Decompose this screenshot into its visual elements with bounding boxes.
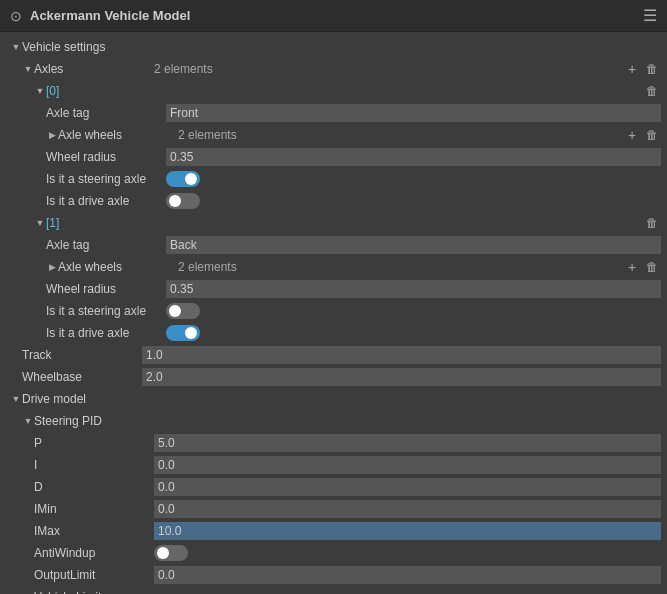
outputlimit-row: OutputLimit 0.0	[0, 564, 667, 586]
track-row: Track 1.0	[0, 344, 667, 366]
axle1-wheels-count: 2 elements	[178, 260, 237, 274]
axle0-label: [0]	[46, 84, 166, 98]
antiwindup-label: AntiWindup	[34, 546, 154, 560]
axles-row[interactable]: Axles 2 elements + 🗑	[0, 58, 667, 80]
wheelbase-row: Wheelbase 2.0	[0, 366, 667, 388]
axle1-steering-toggle[interactable]	[166, 303, 200, 319]
axle0-wheel-radius-label: Wheel radius	[46, 150, 166, 164]
axle0-drive-row: Is it a drive axle	[0, 190, 667, 212]
p-value[interactable]: 5.0	[154, 434, 661, 452]
p-row: P 5.0	[0, 432, 667, 454]
axle0-wheel-radius-value[interactable]: 0.35	[166, 148, 661, 166]
axle1-wheels-arrow[interactable]	[46, 261, 58, 273]
steering-pid-arrow[interactable]	[22, 415, 34, 427]
axles-count: 2 elements	[154, 62, 213, 76]
axles-delete-button[interactable]: 🗑	[643, 60, 661, 78]
axle1-wheels-row[interactable]: Axle wheels 2 elements + 🗑	[0, 256, 667, 278]
axles-label: Axles	[34, 62, 154, 76]
axle0-wheels-arrow[interactable]	[46, 129, 58, 141]
titlebar: ⊙ Ackermann Vehicle Model ☰	[0, 0, 667, 32]
axle0-wheel-radius-row: Wheel radius 0.35	[0, 146, 667, 168]
axle1-steering-row: Is it a steering axle	[0, 300, 667, 322]
axle0-wheels-label: Axle wheels	[58, 128, 178, 142]
axle0-wheels-delete-button[interactable]: 🗑	[643, 126, 661, 144]
axle1-drive-label: Is it a drive axle	[46, 326, 166, 340]
wheelbase-label: Wheelbase	[22, 370, 142, 384]
axle0-steering-label: Is it a steering axle	[46, 172, 166, 186]
axles-add-button[interactable]: +	[623, 60, 641, 78]
axle1-label: [1]	[46, 216, 166, 230]
drive-model-row[interactable]: Drive model	[0, 388, 667, 410]
axle1-wheel-radius-value[interactable]: 0.35	[166, 280, 661, 298]
content-area: Vehicle settings Axles 2 elements + 🗑 [0…	[0, 32, 667, 594]
axle0-steering-row: Is it a steering axle	[0, 168, 667, 190]
axle0-arrow[interactable]	[34, 85, 46, 97]
vehicle-limits-row[interactable]: Vehicle Limits	[0, 586, 667, 594]
steering-pid-row[interactable]: Steering PID	[0, 410, 667, 432]
axle1-row[interactable]: [1] 🗑	[0, 212, 667, 234]
antiwindup-toggle[interactable]	[154, 545, 188, 561]
axle0-row[interactable]: [0] 🗑	[0, 80, 667, 102]
vehicle-settings-row[interactable]: Vehicle settings	[0, 36, 667, 58]
axle1-wheels-delete-button[interactable]: 🗑	[643, 258, 661, 276]
imax-label: IMax	[34, 524, 154, 538]
i-row: I 0.0	[0, 454, 667, 476]
drive-model-arrow[interactable]	[10, 393, 22, 405]
axle1-delete-button[interactable]: 🗑	[643, 214, 661, 232]
wheelbase-value[interactable]: 2.0	[142, 368, 661, 386]
axle1-wheels-add-button[interactable]: +	[623, 258, 641, 276]
menu-icon[interactable]: ☰	[643, 6, 657, 25]
axle1-drive-row: Is it a drive axle	[0, 322, 667, 344]
axle0-delete-button[interactable]: 🗑	[643, 82, 661, 100]
imax-row: IMax 10.0	[0, 520, 667, 542]
vehicle-settings-label: Vehicle settings	[22, 40, 142, 54]
axle0-wheels-count: 2 elements	[178, 128, 237, 142]
d-value[interactable]: 0.0	[154, 478, 661, 496]
steering-pid-label: Steering PID	[34, 414, 154, 428]
axle1-drive-toggle[interactable]	[166, 325, 200, 341]
drive-model-label: Drive model	[22, 392, 142, 406]
axle1-tag-value[interactable]: Back	[166, 236, 661, 254]
outputlimit-label: OutputLimit	[34, 568, 154, 582]
imin-value[interactable]: 0.0	[154, 500, 661, 518]
axle1-wheel-radius-row: Wheel radius 0.35	[0, 278, 667, 300]
track-label: Track	[22, 348, 142, 362]
axle0-wheels-add-button[interactable]: +	[623, 126, 641, 144]
imax-value[interactable]: 10.0	[154, 522, 661, 540]
i-label: I	[34, 458, 154, 472]
imin-row: IMin 0.0	[0, 498, 667, 520]
axle0-drive-label: Is it a drive axle	[46, 194, 166, 208]
axle1-wheel-radius-label: Wheel radius	[46, 282, 166, 296]
axle1-arrow[interactable]	[34, 217, 46, 229]
axle0-tag-row: Axle tag Front	[0, 102, 667, 124]
d-label: D	[34, 480, 154, 494]
outputlimit-value[interactable]: 0.0	[154, 566, 661, 584]
axle0-drive-toggle[interactable]	[166, 193, 200, 209]
axle1-tag-label: Axle tag	[46, 238, 166, 252]
axle1-steering-label: Is it a steering axle	[46, 304, 166, 318]
d-row: D 0.0	[0, 476, 667, 498]
p-label: P	[34, 436, 154, 450]
axles-arrow[interactable]	[22, 63, 34, 75]
vehicle-settings-arrow[interactable]	[10, 41, 22, 53]
i-value[interactable]: 0.0	[154, 456, 661, 474]
axle0-wheels-row[interactable]: Axle wheels 2 elements + 🗑	[0, 124, 667, 146]
axle0-tag-value[interactable]: Front	[166, 104, 661, 122]
track-value[interactable]: 1.0	[142, 346, 661, 364]
axle0-tag-label: Axle tag	[46, 106, 166, 120]
titlebar-icon: ⊙	[10, 8, 22, 24]
axle1-tag-row: Axle tag Back	[0, 234, 667, 256]
antiwindup-row: AntiWindup	[0, 542, 667, 564]
vehicle-limits-label: Vehicle Limits	[34, 590, 154, 594]
axle0-steering-toggle[interactable]	[166, 171, 200, 187]
axle1-wheels-label: Axle wheels	[58, 260, 178, 274]
titlebar-title: Ackermann Vehicle Model	[30, 8, 635, 23]
imin-label: IMin	[34, 502, 154, 516]
